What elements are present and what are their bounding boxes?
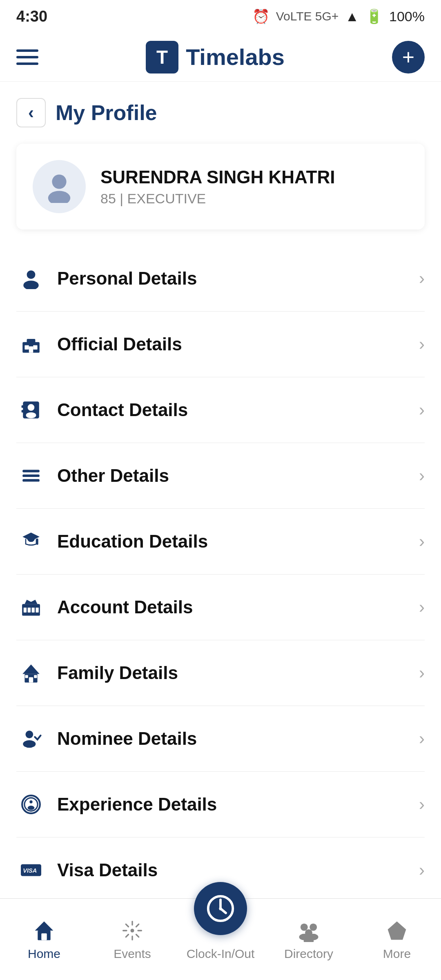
- logo-text: Timelabs: [186, 44, 285, 70]
- menu-item-education[interactable]: Education Details ›: [16, 509, 425, 575]
- family-chevron-icon: ›: [419, 663, 425, 683]
- menu-item-account[interactable]: Account Details ›: [16, 575, 425, 640]
- more-nav-label: More: [383, 947, 411, 961]
- official-chevron-icon: ›: [419, 334, 425, 354]
- nav-item-events[interactable]: Events: [88, 918, 176, 961]
- svg-point-43: [131, 929, 134, 932]
- svg-rect-22: [28, 607, 31, 612]
- app-header: Timelabs +: [0, 33, 441, 82]
- svg-line-49: [136, 934, 139, 937]
- profile-role: 85 | EXECUTIVE: [100, 191, 335, 207]
- experience-chevron-icon: ›: [419, 795, 425, 814]
- back-chevron-icon: ‹: [28, 103, 34, 122]
- menu-item-other[interactable]: Other Details ›: [16, 443, 425, 509]
- education-label: Education Details: [57, 531, 419, 552]
- account-chevron-icon: ›: [419, 597, 425, 617]
- menu-item-family[interactable]: Family Details ›: [16, 640, 425, 706]
- family-label: Family Details: [57, 663, 419, 683]
- status-icons: ⏰ VoLTE 5G+ ▲ 🔋 100%: [252, 8, 425, 24]
- signal-icons: VoLTE 5G+: [276, 9, 339, 23]
- back-navigation: ‹ My Profile: [0, 82, 441, 136]
- svg-line-50: [136, 924, 139, 927]
- svg-rect-8: [29, 346, 33, 353]
- svg-marker-26: [22, 664, 40, 674]
- menu-item-official[interactable]: Official Details ›: [16, 312, 425, 377]
- clockinout-nav-label: Clock-In/Out: [187, 947, 255, 961]
- svg-point-10: [28, 404, 35, 411]
- profile-card: SURENDRA SINGH KHATRI 85 | EXECUTIVE: [16, 144, 425, 229]
- svg-point-3: [23, 281, 38, 289]
- battery-icon: 🔋: [365, 8, 383, 24]
- other-icon: [16, 461, 46, 490]
- svg-rect-7: [33, 345, 37, 350]
- svg-point-31: [25, 731, 33, 738]
- account-label: Account Details: [57, 597, 419, 617]
- menu-item-contact[interactable]: Contact Details ›: [16, 377, 425, 443]
- home-nav-label: Home: [28, 947, 60, 961]
- svg-point-62: [219, 907, 222, 910]
- personal-icon: [16, 264, 46, 293]
- signal-bars-icon: ▲: [345, 9, 359, 24]
- visa-label: Visa Details: [57, 860, 419, 880]
- status-time: 4:30: [16, 8, 47, 25]
- svg-rect-42: [41, 933, 47, 940]
- svg-point-32: [23, 740, 36, 748]
- visa-chevron-icon: ›: [419, 860, 425, 880]
- page-title: My Profile: [56, 100, 157, 125]
- svg-rect-25: [22, 606, 40, 608]
- menu-item-experience[interactable]: Experience Details ›: [16, 772, 425, 837]
- home-nav-icon: [30, 918, 58, 943]
- contact-chevron-icon: ›: [419, 400, 425, 420]
- family-icon: [16, 658, 46, 688]
- contact-icon: [16, 395, 46, 425]
- more-nav-icon: [383, 918, 411, 943]
- experience-icon: [16, 790, 46, 819]
- back-button[interactable]: ‹: [16, 98, 46, 127]
- nav-item-more[interactable]: More: [353, 918, 441, 961]
- svg-rect-21: [24, 607, 27, 612]
- other-chevron-icon: ›: [419, 466, 425, 486]
- svg-point-37: [28, 806, 35, 810]
- content-area: ‹ My Profile SURENDRA SINGH KHATRI 85 | …: [0, 82, 441, 898]
- svg-point-52: [301, 923, 308, 931]
- svg-point-53: [310, 923, 317, 931]
- profile-info: SURENDRA SINGH KHATRI 85 | EXECUTIVE: [100, 167, 335, 207]
- svg-rect-28: [29, 677, 33, 682]
- battery-percent: 100%: [389, 9, 425, 24]
- logo-icon: [146, 41, 178, 74]
- svg-marker-40: [35, 921, 53, 930]
- official-icon: [16, 330, 46, 359]
- account-icon: [16, 592, 46, 622]
- nominee-icon: [16, 724, 46, 753]
- avatar-icon: [43, 170, 76, 203]
- app-logo: Timelabs: [146, 41, 285, 74]
- official-label: Official Details: [57, 334, 419, 354]
- nominee-chevron-icon: ›: [419, 729, 425, 748]
- clock-fab-button[interactable]: [194, 882, 247, 935]
- menu-item-nominee[interactable]: Nominee Details ›: [16, 706, 425, 772]
- svg-rect-12: [22, 405, 24, 408]
- svg-rect-14: [22, 470, 40, 472]
- svg-point-11: [26, 412, 36, 419]
- alarm-icon: ⏰: [252, 8, 270, 24]
- contact-label: Contact Details: [57, 400, 419, 420]
- svg-line-48: [126, 924, 128, 927]
- svg-rect-19: [37, 539, 38, 545]
- svg-point-1: [48, 191, 70, 203]
- svg-rect-16: [22, 479, 40, 481]
- svg-rect-18: [27, 542, 36, 543]
- add-button[interactable]: +: [392, 41, 425, 74]
- avatar: [33, 160, 86, 213]
- hamburger-menu-button[interactable]: [16, 49, 38, 65]
- nav-item-home[interactable]: Home: [0, 918, 88, 961]
- nav-item-directory[interactable]: Directory: [265, 918, 353, 961]
- nominee-label: Nominee Details: [57, 728, 419, 749]
- other-label: Other Details: [57, 466, 419, 486]
- svg-rect-13: [22, 410, 24, 412]
- svg-line-51: [126, 934, 128, 937]
- visa-icon: VISA: [16, 855, 46, 885]
- directory-nav-label: Directory: [284, 947, 333, 961]
- menu-item-personal[interactable]: Personal Details ›: [16, 246, 425, 312]
- svg-rect-5: [27, 339, 36, 343]
- svg-point-0: [52, 174, 66, 189]
